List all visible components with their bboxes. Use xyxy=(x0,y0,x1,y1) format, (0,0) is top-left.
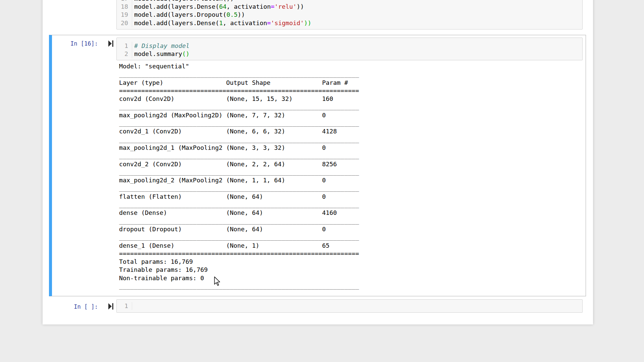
line-number: 19 xyxy=(117,11,132,19)
line-number: 17 xyxy=(117,0,132,3)
code-line[interactable]: # Display model xyxy=(132,42,190,49)
code-line[interactable]: model.add(layers.Flatten()) xyxy=(132,0,234,2)
code-row[interactable]: 20model.add(layers.Dense(1, activation='… xyxy=(117,19,582,27)
code-line[interactable]: model.add(layers.Dropout(0.5)) xyxy=(132,11,245,18)
code-line[interactable]: model.add(layers.Dense(64, activation='r… xyxy=(132,3,304,10)
code-lines-selected-cell[interactable]: 1# Display model2model.summary() xyxy=(117,38,582,60)
code-line[interactable] xyxy=(132,302,134,309)
code-line[interactable]: model.add(layers.Dense(1, activation='si… xyxy=(132,19,311,26)
code-editor-selected-cell[interactable]: 1# Display model2model.summary() xyxy=(116,38,583,60)
code-line[interactable]: model.summary() xyxy=(132,50,190,57)
code-editor-empty-cell[interactable]: 1 xyxy=(116,299,583,313)
code-row[interactable]: 2model.summary() xyxy=(117,50,582,58)
selected-code-cell[interactable]: In [16]: 1# Display model2model.summary(… xyxy=(49,35,586,296)
line-number: 18 xyxy=(117,3,132,11)
code-row[interactable]: 18model.add(layers.Dense(64, activation=… xyxy=(117,3,582,11)
input-prompt: In [16]: xyxy=(69,40,98,48)
mouse-cursor xyxy=(214,277,220,286)
line-number: 20 xyxy=(117,19,132,27)
code-editor-top-cell[interactable]: 17model.add(layers.Flatten())18model.add… xyxy=(116,0,583,29)
desktop: 17model.add(layers.Flatten())18model.add… xyxy=(0,0,644,362)
run-cell-icon-empty[interactable] xyxy=(108,303,114,310)
line-number: 2 xyxy=(117,50,132,58)
run-cell-icon[interactable] xyxy=(108,40,114,47)
code-row[interactable]: 1# Display model xyxy=(117,42,582,50)
code-lines-top-cell[interactable]: 17model.add(layers.Flatten())18model.add… xyxy=(117,0,582,29)
code-row[interactable]: 1 xyxy=(117,302,582,310)
model-summary-output: Model: "sequential" ____________________… xyxy=(119,62,359,290)
line-number: 1 xyxy=(117,42,132,50)
code-row[interactable]: 19model.add(layers.Dropout(0.5)) xyxy=(117,11,582,19)
code-lines-empty-cell[interactable]: 1 xyxy=(117,300,582,312)
input-prompt-empty: In [ ]: xyxy=(69,303,98,311)
line-number: 1 xyxy=(117,302,132,310)
code-row[interactable]: 17model.add(layers.Flatten()) xyxy=(117,0,582,3)
